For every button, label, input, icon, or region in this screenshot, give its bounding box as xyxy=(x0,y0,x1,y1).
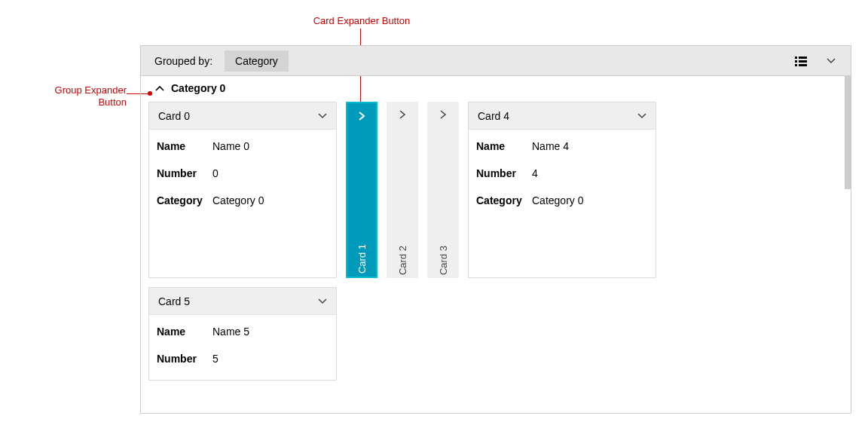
field-label: Category xyxy=(476,194,524,206)
list-view-icon xyxy=(795,56,807,66)
chevron-right-icon xyxy=(399,109,406,120)
svg-rect-2 xyxy=(795,60,797,63)
toolbar: Grouped by: Category xyxy=(141,46,851,76)
field-row: Name Name 4 xyxy=(476,133,648,160)
group-header[interactable]: Category 0 xyxy=(141,76,851,100)
field-value: 5 xyxy=(212,353,219,365)
field-row: Number 4 xyxy=(476,160,648,187)
chevron-down-icon xyxy=(827,58,836,64)
chevron-right-icon xyxy=(439,109,447,120)
grouped-by-label: Grouped by: xyxy=(147,55,220,67)
svg-rect-4 xyxy=(795,64,797,66)
card-3-collapsed[interactable]: Card 3 xyxy=(427,102,459,278)
collapsed-card-label: Card 2 xyxy=(397,238,408,283)
chevron-right-icon xyxy=(358,111,365,121)
field-row: Name Name 5 xyxy=(157,318,329,345)
field-value: 0 xyxy=(212,167,219,179)
chevron-down-icon xyxy=(318,113,327,119)
chevron-down-icon xyxy=(637,113,646,119)
field-label: Name xyxy=(476,140,524,152)
card-header[interactable]: Card 0 xyxy=(149,102,336,130)
card-2-collapsed[interactable]: Card 2 xyxy=(387,102,418,278)
field-value: Category 0 xyxy=(532,194,583,206)
collapsed-card-label: Card 1 xyxy=(356,237,368,282)
field-row: Number 0 xyxy=(157,160,329,187)
svg-rect-5 xyxy=(799,64,807,66)
field-label: Name xyxy=(157,326,205,338)
group-field-chip[interactable]: Category xyxy=(225,50,289,72)
card-body: Name Name 4 Number 4 Category Category 0 xyxy=(469,130,656,276)
field-value: Name 5 xyxy=(212,326,249,338)
field-value: Name 0 xyxy=(212,140,249,152)
card-view-panel: Grouped by: Category xyxy=(140,45,851,414)
vertical-scrollbar[interactable] xyxy=(845,76,851,189)
view-list-button[interactable] xyxy=(787,50,815,72)
card-body: Name Name 0 Number 0 Category Category 0 xyxy=(149,130,336,276)
field-row: Category Category 0 xyxy=(157,187,329,214)
cards-row-2: Card 5 Name Name 5 Number 5 xyxy=(141,287,851,381)
svg-rect-3 xyxy=(799,60,807,63)
card-body: Name Name 5 Number 5 xyxy=(149,315,336,380)
card-title: Card 5 xyxy=(158,295,190,307)
field-value: Name 4 xyxy=(532,140,569,152)
field-row: Name Name 0 xyxy=(157,133,329,160)
card-header[interactable]: Card 4 xyxy=(469,102,656,130)
field-label: Number xyxy=(157,353,205,365)
field-row: Category Category 0 xyxy=(476,187,648,214)
group-title: Category 0 xyxy=(171,82,225,94)
card-header[interactable]: Card 5 xyxy=(149,288,336,315)
card-1-collapsed[interactable]: Card 1 xyxy=(346,102,377,278)
cards-row-1: Card 0 Name Name 0 Number 0 Category Cat… xyxy=(141,102,851,278)
field-value: Category 0 xyxy=(212,194,264,206)
field-label: Category xyxy=(157,194,205,206)
collapsed-card-label: Card 3 xyxy=(438,238,449,283)
card-title: Card 0 xyxy=(158,110,190,122)
view-dropdown-button[interactable] xyxy=(818,50,845,72)
card-5[interactable]: Card 5 Name Name 5 Number 5 xyxy=(148,287,337,381)
field-label: Number xyxy=(476,167,524,179)
field-value: 4 xyxy=(532,167,538,179)
annotation-group-expander: Group Expander Button xyxy=(6,84,127,108)
card-title: Card 4 xyxy=(478,110,509,122)
field-row: Number 5 xyxy=(157,345,329,372)
svg-rect-1 xyxy=(799,57,807,59)
field-label: Name xyxy=(157,140,205,152)
chevron-down-icon xyxy=(318,298,327,304)
card-4[interactable]: Card 4 Name Name 4 Number 4 Category Cat… xyxy=(468,102,656,278)
svg-rect-0 xyxy=(795,57,797,59)
field-label: Number xyxy=(157,167,205,179)
chevron-up-icon xyxy=(154,84,165,92)
annotation-card-expander: Card Expander Button xyxy=(286,15,437,27)
card-0[interactable]: Card 0 Name Name 0 Number 0 Category Cat… xyxy=(148,102,337,278)
